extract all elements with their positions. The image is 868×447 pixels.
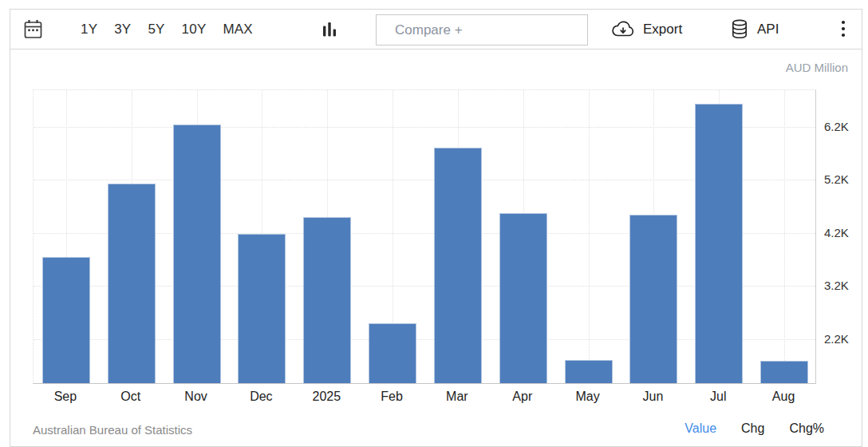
bar-aug[interactable]	[760, 361, 808, 383]
x-tick-label: May	[556, 390, 620, 404]
v-gridline	[784, 90, 785, 383]
footer-link-chg[interactable]: Chg	[741, 421, 764, 436]
x-tick-label: Mar	[425, 390, 489, 404]
menu-button[interactable]	[833, 16, 854, 43]
chart-toolbar: 1Y3Y5Y10YMAX Export API	[10, 9, 862, 49]
bar-may[interactable]	[565, 360, 613, 383]
api-button[interactable]: API	[729, 10, 779, 49]
range-button-max[interactable]: MAX	[223, 22, 252, 38]
footer-links: ValueChgChg%	[685, 421, 824, 436]
bar-nov[interactable]	[173, 125, 221, 383]
compare-input[interactable]	[376, 14, 588, 45]
api-label: API	[757, 22, 779, 38]
calendar-button[interactable]	[22, 18, 44, 42]
x-tick-label: Aug	[752, 390, 815, 404]
range-selector: 1Y3Y5Y10YMAX	[81, 10, 253, 49]
y-tick-label: 4.2K	[824, 226, 849, 239]
source-label: Australian Bureau of Statistics	[33, 423, 192, 437]
bar-2025[interactable]	[303, 217, 351, 383]
bar-mar[interactable]	[434, 148, 482, 383]
bar-sep[interactable]	[42, 257, 90, 383]
bar-dec[interactable]	[238, 234, 286, 384]
y-tick-label: 5.2K	[824, 172, 849, 186]
chart-type-button[interactable]	[318, 18, 341, 41]
bar-feb[interactable]	[369, 323, 416, 383]
y-tick-label: 2.2K	[824, 332, 849, 346]
x-tick-label: Oct	[99, 390, 163, 404]
bar-jul[interactable]	[695, 104, 743, 383]
x-tick-label: Nov	[164, 390, 228, 404]
bar-apr[interactable]	[499, 213, 547, 383]
axis-unit-label: AUD Million	[786, 61, 848, 74]
footer-link-value[interactable]: Value	[685, 421, 716, 436]
database-icon	[729, 18, 750, 40]
x-tick-label: Jul	[686, 390, 750, 404]
export-label: Export	[643, 22, 682, 38]
x-tick-label: Dec	[229, 390, 293, 404]
x-tick-label: Sep	[34, 390, 97, 404]
bar-oct[interactable]	[108, 184, 156, 383]
range-button-5y[interactable]: 5Y	[148, 22, 164, 38]
y-tick-label: 3.2K	[824, 279, 849, 292]
cloud-download-icon	[610, 20, 636, 39]
column-chart-icon	[321, 21, 338, 38]
range-button-3y[interactable]: 3Y	[114, 22, 131, 38]
chart-container: AUD Million 2.2K3.2K4.2K5.2K6.2K SepOctN…	[10, 49, 862, 447]
x-tick-label: Jun	[621, 390, 685, 404]
range-button-1y[interactable]: 1Y	[81, 22, 97, 38]
plot-area	[33, 89, 816, 384]
footer-link-chgpct[interactable]: Chg%	[789, 421, 824, 436]
bar-jun[interactable]	[629, 215, 677, 383]
x-tick-label: Feb	[360, 390, 424, 404]
x-tick-label: 2025	[294, 390, 358, 404]
y-tick-label: 6.2K	[824, 120, 849, 133]
range-button-10y[interactable]: 10Y	[182, 22, 207, 38]
export-button[interactable]: Export	[610, 10, 682, 49]
v-gridline	[589, 90, 590, 383]
calendar-icon	[23, 18, 43, 40]
kebab-menu-icon	[840, 18, 846, 41]
x-tick-label: Apr	[491, 390, 554, 404]
